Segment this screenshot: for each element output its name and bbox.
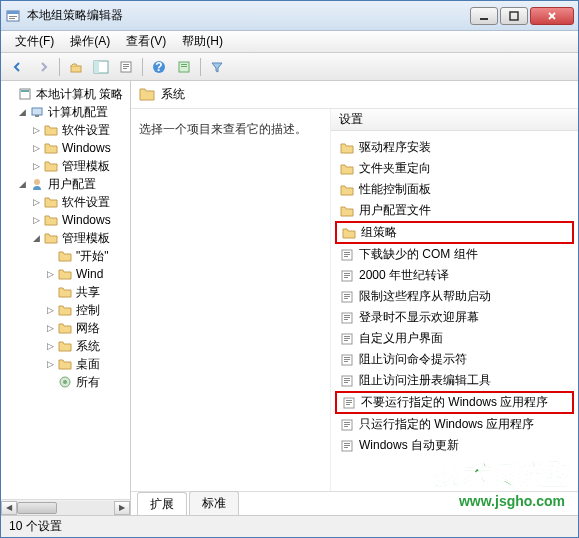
svg-rect-44 (344, 340, 348, 341)
folder-icon (43, 159, 59, 173)
tree-desktop[interactable]: ▷ 桌面 (3, 355, 128, 373)
svg-rect-42 (344, 336, 350, 337)
tab-extended[interactable]: 扩展 (137, 492, 187, 515)
policy-icon (17, 87, 33, 101)
tree-label: Windows (62, 213, 111, 227)
tree-label: 管理模板 (62, 158, 110, 175)
back-button[interactable] (7, 56, 29, 78)
list-item[interactable]: 阻止访问命令提示符 (335, 349, 574, 370)
tree-user-config[interactable]: ◢ 用户配置 (3, 175, 128, 193)
scroll-thumb[interactable] (17, 502, 57, 514)
setting-icon (339, 374, 355, 388)
tree-cc-admin[interactable]: ▷ 管理模板 (3, 157, 128, 175)
expander-closed-icon[interactable]: ▷ (45, 323, 56, 334)
list-item[interactable]: 文件夹重定向 (335, 158, 574, 179)
settings-icon (57, 375, 73, 389)
expander-icon (45, 377, 56, 388)
tree-cc-windows[interactable]: ▷ Windows (3, 139, 128, 157)
tree-network[interactable]: ▷ 网络 (3, 319, 128, 337)
list-item[interactable]: 阻止访问注册表编辑工具 (335, 370, 574, 391)
export-button[interactable] (115, 56, 137, 78)
menu-help[interactable]: 帮助(H) (174, 31, 231, 52)
tree-uc-windows[interactable]: ▷ Windows (3, 211, 128, 229)
tree-uc-software[interactable]: ▷ 软件设置 (3, 193, 128, 211)
minimize-button[interactable] (470, 7, 498, 25)
list-item[interactable]: 驱动程序安装 (335, 137, 574, 158)
expander-closed-icon[interactable]: ▷ (45, 359, 56, 370)
horizontal-scrollbar[interactable]: ◀ ▶ (1, 499, 130, 515)
svg-rect-48 (344, 361, 348, 362)
body-area: 本地计算机 策略 ◢ 计算机配置 ▷ 软件设置 ▷ Windows (1, 81, 578, 515)
list-item[interactable]: 不要运行指定的 Windows 应用程序 (335, 391, 574, 414)
expander-icon[interactable] (5, 89, 16, 100)
close-button[interactable] (530, 7, 574, 25)
maximize-button[interactable] (500, 7, 528, 25)
list-item-label: Windows 自动更新 (359, 437, 459, 454)
list-item[interactable]: 下载缺少的 COM 组件 (335, 244, 574, 265)
list-item[interactable]: 2000 年世纪转译 (335, 265, 574, 286)
forward-button[interactable] (32, 56, 54, 78)
list-item[interactable]: Windows 自动更新 (335, 435, 574, 456)
status-count: 10 个设置 (9, 518, 62, 535)
list-items: 驱动程序安装文件夹重定向性能控制面板用户配置文件组策略下载缺少的 COM 组件2… (331, 131, 578, 491)
folder-icon (43, 231, 59, 245)
menubar: 文件(F) 操作(A) 查看(V) 帮助(H) (1, 31, 578, 53)
properties-button[interactable] (173, 56, 195, 78)
expander-closed-icon[interactable]: ▷ (31, 215, 42, 226)
tree-start-menu[interactable]: "开始" (3, 247, 128, 265)
svg-rect-28 (344, 256, 348, 257)
list-item[interactable]: 登录时不显示欢迎屏幕 (335, 307, 574, 328)
menu-action[interactable]: 操作(A) (62, 31, 118, 52)
list-item[interactable]: 自定义用户界面 (335, 328, 574, 349)
tree-computer-config[interactable]: ◢ 计算机配置 (3, 103, 128, 121)
expander-closed-icon[interactable]: ▷ (31, 197, 42, 208)
folder-icon (339, 141, 355, 155)
tree-share[interactable]: 共享 (3, 283, 128, 301)
list-item[interactable]: 用户配置文件 (335, 200, 574, 221)
scroll-left-button[interactable]: ◀ (1, 501, 17, 515)
expander-closed-icon[interactable]: ▷ (45, 269, 56, 280)
expander-open-icon[interactable]: ◢ (31, 233, 42, 244)
list-column-header[interactable]: 设置 (331, 109, 578, 131)
tree-wind[interactable]: ▷ Wind (3, 265, 128, 283)
tree-control[interactable]: ▷ 控制 (3, 301, 128, 319)
list-column: 设置 驱动程序安装文件夹重定向性能控制面板用户配置文件组策略下载缺少的 COM … (331, 109, 578, 491)
show-hide-tree-button[interactable] (90, 56, 112, 78)
svg-rect-52 (344, 382, 348, 383)
tab-standard[interactable]: 标准 (189, 491, 239, 515)
user-icon (29, 177, 45, 191)
list-item-label: 阻止访问注册表编辑工具 (359, 372, 491, 389)
tree-all[interactable]: 所有 (3, 373, 128, 391)
scroll-track[interactable] (17, 501, 114, 515)
list-item-label: 阻止访问命令提示符 (359, 351, 467, 368)
svg-rect-4 (480, 18, 488, 20)
list-item[interactable]: 只运行指定的 Windows 应用程序 (335, 414, 574, 435)
filter-button[interactable] (206, 56, 228, 78)
expander-open-icon[interactable]: ◢ (17, 107, 28, 118)
expander-closed-icon[interactable]: ▷ (45, 341, 56, 352)
tree-root[interactable]: 本地计算机 策略 (3, 85, 128, 103)
folder-icon (139, 87, 155, 103)
up-button[interactable] (65, 56, 87, 78)
tree-cc-software[interactable]: ▷ 软件设置 (3, 121, 128, 139)
list-item[interactable]: 限制这些程序从帮助启动 (335, 286, 574, 307)
tree-uc-admin[interactable]: ◢ 管理模板 (3, 229, 128, 247)
list-item[interactable]: 性能控制面板 (335, 179, 574, 200)
expander-closed-icon[interactable]: ▷ (45, 305, 56, 316)
tree-system[interactable]: ▷ 系统 (3, 337, 128, 355)
app-window: 本地组策略编辑器 文件(F) 操作(A) 查看(V) 帮助(H) ? (0, 0, 579, 538)
scroll-right-button[interactable]: ▶ (114, 501, 130, 515)
tree-label: 本地计算机 策略 (36, 86, 123, 103)
tree-label: 计算机配置 (48, 104, 108, 121)
help-button[interactable]: ? (148, 56, 170, 78)
expander-closed-icon[interactable]: ▷ (31, 125, 42, 136)
menu-view[interactable]: 查看(V) (118, 31, 174, 52)
tree-label: 用户配置 (48, 176, 96, 193)
list-item-label: 自定义用户界面 (359, 330, 443, 347)
expander-closed-icon[interactable]: ▷ (31, 161, 42, 172)
expander-closed-icon[interactable]: ▷ (31, 143, 42, 154)
menu-file[interactable]: 文件(F) (7, 31, 62, 52)
list-item[interactable]: 组策略 (335, 221, 574, 244)
expander-open-icon[interactable]: ◢ (17, 179, 28, 190)
svg-rect-3 (9, 18, 15, 19)
